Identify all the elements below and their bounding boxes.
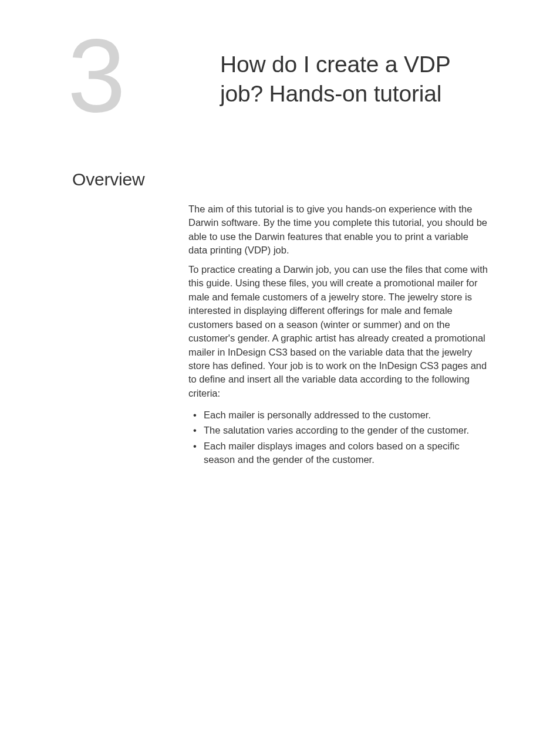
- overview-bullet-list: Each mailer is personally addressed to t…: [188, 408, 488, 469]
- chapter-title: How do I create a VDP job? Hands-on tuto…: [220, 50, 496, 109]
- overview-paragraph-1: The aim of this tutorial is to give you …: [188, 202, 488, 258]
- overview-paragraph-2: To practice creating a Darwin job, you c…: [188, 263, 488, 400]
- page: 3 How do I create a VDP job? Hands-on tu…: [0, 0, 560, 744]
- chapter-number: 3: [68, 23, 123, 128]
- list-item: Each mailer is personally addressed to t…: [188, 408, 488, 422]
- section-heading-overview: Overview: [72, 170, 144, 190]
- list-item: Each mailer displays images and colors b…: [188, 439, 488, 467]
- list-item: The salutation varies according to the g…: [188, 424, 488, 437]
